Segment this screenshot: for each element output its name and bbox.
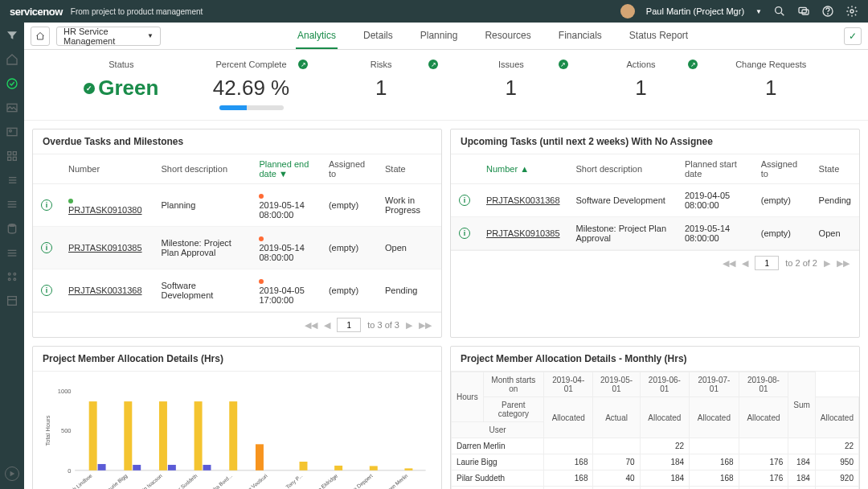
- task-link[interactable]: PRJTASK0910385: [68, 243, 142, 253]
- gear-icon[interactable]: [845, 5, 858, 18]
- left-sidebar: [0, 23, 24, 489]
- page-input[interactable]: [755, 256, 779, 270]
- image2-nav-icon[interactable]: [6, 125, 18, 138]
- next-page-icon[interactable]: ▶: [406, 320, 412, 331]
- tab-status-report[interactable]: Status Report: [628, 23, 690, 49]
- table-row[interactable]: i PRJTASK0910385 Milestone: Project Plan…: [451, 217, 859, 250]
- svg-rect-52: [300, 462, 308, 471]
- svg-rect-54: [334, 466, 342, 471]
- table-row[interactable]: i PRJTASK0910385 Milestone: Project Plan…: [33, 227, 441, 269]
- svg-rect-3: [802, 10, 809, 14]
- user-name[interactable]: Paul Martin (Project Mgr): [646, 6, 744, 16]
- svg-text:0: 0: [68, 467, 71, 475]
- svg-text:Laurie Bigg: Laurie Bigg: [104, 473, 129, 489]
- filter-icon[interactable]: [6, 29, 18, 42]
- svg-text:Renae Eldridge: Renae Eldridge: [307, 473, 339, 489]
- kpi-actions: ↗ Actions 1: [576, 60, 706, 110]
- image-nav-icon[interactable]: [6, 101, 18, 114]
- table-row[interactable]: i PRJTASK0031368 Software Development 20…: [33, 269, 441, 312]
- svg-rect-37: [98, 464, 106, 471]
- info-icon[interactable]: i: [41, 199, 52, 211]
- kpi-issues: ↗ Issues 1: [446, 60, 576, 110]
- svg-point-21: [8, 224, 15, 227]
- last-page-icon[interactable]: ▶▶: [419, 320, 432, 331]
- logo: servicenow: [10, 6, 63, 18]
- prev-page-icon[interactable]: ◀: [324, 320, 330, 331]
- board-nav-icon[interactable]: [6, 294, 18, 307]
- chat-icon[interactable]: [797, 5, 810, 18]
- svg-rect-36: [89, 401, 97, 471]
- svg-rect-39: [124, 401, 132, 471]
- svg-text:Quintin Isacson: Quintin Isacson: [132, 473, 164, 489]
- last-page-icon[interactable]: ▶▶: [837, 258, 850, 269]
- kpi-row: Status ✓Green ↗ Percent Complete 42.69 %…: [24, 50, 868, 121]
- trend-icon: ↗: [559, 60, 568, 69]
- table-row: Laurie Bigg16870184168176184950: [452, 454, 859, 471]
- tab-financials[interactable]: Financials: [557, 23, 604, 49]
- table-row: Darren Merlin2222: [452, 438, 859, 454]
- tagline: From project to product management: [71, 7, 203, 16]
- svg-point-7: [7, 79, 17, 88]
- toolbar: HR Service Management Analytics Details …: [24, 23, 868, 50]
- first-page-icon[interactable]: ◀◀: [723, 258, 735, 269]
- task-link[interactable]: PRJTASK0031368: [486, 195, 560, 205]
- task-link[interactable]: PRJTASK0910385: [486, 228, 560, 238]
- svg-rect-46: [203, 465, 211, 471]
- list2-nav-icon[interactable]: [6, 198, 18, 211]
- grid2-nav-icon[interactable]: [6, 270, 18, 283]
- list3-nav-icon[interactable]: [6, 246, 18, 259]
- search-icon[interactable]: [773, 5, 786, 18]
- prev-page-icon[interactable]: ◀: [742, 258, 748, 269]
- user-caret-icon[interactable]: ▼: [755, 8, 762, 15]
- svg-line-1: [781, 13, 784, 15]
- info-icon[interactable]: i: [459, 195, 470, 206]
- tab-details[interactable]: Details: [362, 23, 395, 49]
- page-input[interactable]: [337, 318, 361, 332]
- upcoming-panel: Upcoming Tasks (until next 2 weeks) With…: [450, 129, 860, 338]
- svg-rect-13: [8, 157, 11, 160]
- kpi-changes: Change Requests 1: [706, 60, 836, 110]
- first-page-icon[interactable]: ◀◀: [305, 320, 317, 331]
- svg-point-10: [10, 129, 12, 132]
- svg-rect-43: [168, 465, 176, 471]
- svg-text:1000: 1000: [58, 388, 72, 395]
- home-button[interactable]: [31, 27, 50, 46]
- play-icon[interactable]: [5, 466, 19, 481]
- allocation-chart-panel: Project Member Allocation Details (Hrs) …: [32, 346, 442, 489]
- tab-analytics[interactable]: Analytics: [296, 23, 338, 49]
- tab-resources[interactable]: Resources: [483, 23, 532, 49]
- table-row[interactable]: i PRJTASK0031368 Software Development201…: [451, 184, 859, 217]
- svg-text:Samantha Bord...: Samantha Bord...: [199, 473, 234, 489]
- overdue-pager: ◀◀ ◀ to 3 of 3 ▶ ▶▶: [33, 312, 441, 337]
- list-nav-icon[interactable]: [6, 174, 18, 187]
- upcoming-pager: ◀◀ ◀ to 2 of 2 ▶ ▶▶: [451, 250, 859, 275]
- svg-point-5: [828, 14, 829, 14]
- grid-nav-icon[interactable]: [6, 150, 18, 162]
- svg-rect-42: [159, 401, 167, 471]
- home-nav-icon[interactable]: [6, 53, 18, 66]
- svg-text:Darren Merlin: Darren Merlin: [381, 473, 409, 489]
- svg-rect-45: [194, 401, 203, 471]
- task-link[interactable]: PRJTASK0910380: [68, 205, 142, 215]
- svg-text:500: 500: [61, 427, 72, 434]
- trend-icon: ↗: [428, 60, 438, 69]
- tab-planning[interactable]: Planning: [419, 23, 460, 49]
- svg-point-28: [14, 278, 16, 281]
- project-dropdown[interactable]: HR Service Management: [56, 27, 161, 46]
- avatar[interactable]: [620, 4, 635, 18]
- info-icon[interactable]: i: [459, 228, 470, 239]
- svg-point-0: [776, 7, 782, 14]
- check-nav-icon[interactable]: [6, 77, 18, 90]
- top-bar: servicenow From project to product manag…: [0, 0, 868, 23]
- table-row[interactable]: i PRJTASK0910380 Planning 2019-05-14 08:…: [33, 184, 441, 227]
- help-icon[interactable]: [821, 5, 834, 18]
- next-page-icon[interactable]: ▶: [824, 258, 830, 269]
- svg-text:Praveen Vootkuri: Praveen Vootkuri: [234, 472, 268, 489]
- confirm-button[interactable]: ✓: [844, 27, 862, 45]
- task-link[interactable]: PRJTASK0031368: [68, 286, 142, 295]
- overdue-panel: Overdue Tasks and Milestones Number Shor…: [32, 129, 442, 338]
- info-icon[interactable]: i: [41, 242, 52, 253]
- svg-rect-14: [13, 157, 16, 160]
- info-icon[interactable]: i: [41, 285, 52, 296]
- db-nav-icon[interactable]: [6, 222, 18, 235]
